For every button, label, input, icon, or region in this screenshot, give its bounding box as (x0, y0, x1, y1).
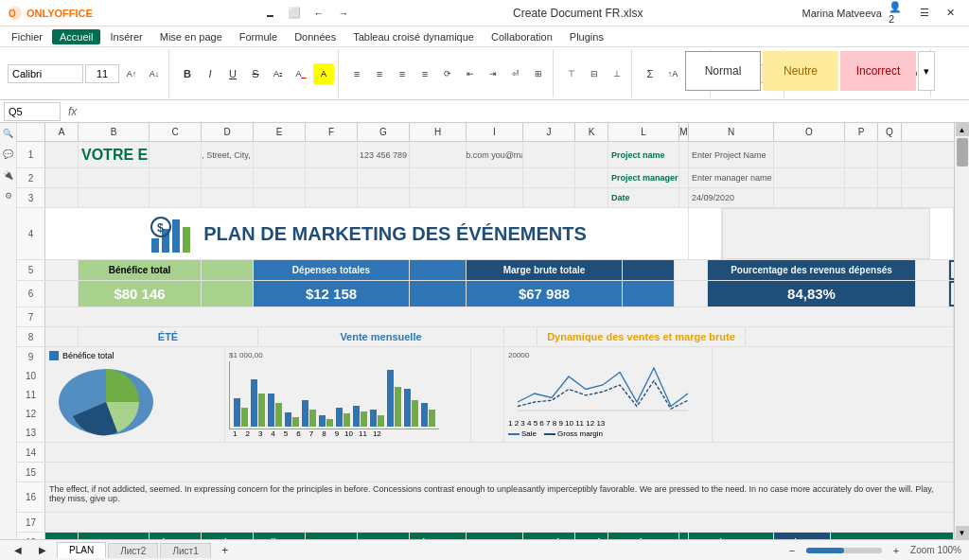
menu-plugins[interactable]: Plugins (562, 29, 611, 44)
col-header-b[interactable]: B (79, 123, 150, 141)
plugins-sidebar-icon[interactable]: 🔌 (2, 168, 15, 182)
tbl-h-total[interactable]: Total (774, 533, 831, 539)
cell-p6[interactable] (916, 281, 949, 306)
col-header-n[interactable]: N (689, 123, 774, 141)
cell-a2[interactable] (45, 168, 79, 187)
cell-e1[interactable] (254, 142, 306, 167)
cell-reference-input[interactable] (4, 102, 61, 121)
cell-k6[interactable] (675, 281, 708, 306)
italic-button[interactable]: I (200, 63, 220, 84)
cell-7[interactable] (45, 307, 954, 326)
col-header-e[interactable]: E (254, 123, 306, 141)
zoom-out-button[interactable]: − (782, 540, 802, 561)
cell-lnop4[interactable] (722, 208, 930, 259)
plan-title-cell[interactable]: $ PLAN DE MARKETING DES ÉVÉNEMENTS (45, 208, 689, 259)
cell-l2[interactable]: Project manager (608, 168, 679, 187)
cell-f3[interactable] (306, 188, 358, 207)
wrap-text-button[interactable]: ⏎ (505, 63, 526, 84)
sheet-tab-plan[interactable]: PLAN (57, 542, 106, 558)
cell-d1[interactable]: Building, Street, City, Country (202, 142, 254, 167)
cell-a6[interactable] (45, 281, 79, 306)
font-size-increase[interactable]: A↑ (121, 63, 142, 84)
align-justify-button[interactable]: ≡ (414, 63, 435, 84)
cell-f1[interactable] (306, 142, 358, 167)
scroll-down-button[interactable]: ▼ (956, 526, 969, 539)
restore-button[interactable]: ⬜ (284, 3, 305, 24)
cell-d3[interactable] (202, 188, 254, 207)
next-sheet-button[interactable]: ▶ (32, 540, 53, 561)
menu-accueil[interactable]: Accueil (52, 29, 100, 44)
cell-k8[interactable] (504, 327, 537, 346)
search-sidebar-icon[interactable]: 🔍 (2, 127, 15, 140)
sort-asc[interactable]: ↑A (662, 63, 683, 84)
cell-rest8[interactable] (746, 327, 954, 346)
align-left-button[interactable]: ≡ (346, 63, 367, 84)
cell-h2[interactable] (410, 168, 467, 187)
cell-n1[interactable]: Enter Project Name (689, 142, 774, 167)
marge-value[interactable]: $67 988 (467, 281, 623, 306)
style-neutre[interactable]: Neutre (763, 51, 838, 91)
cell-p3[interactable] (845, 188, 878, 207)
menu-donnees[interactable]: Données (287, 29, 344, 44)
cell-k-charts[interactable] (471, 347, 504, 442)
cell-m2[interactable] (679, 168, 689, 187)
valign-bottom[interactable]: ⊥ (607, 63, 627, 84)
menu-inserer[interactable]: Insérer (102, 29, 150, 44)
sheet-tab-list2[interactable]: Лист2 (108, 543, 158, 558)
benefice-value[interactable]: $80 146 (79, 281, 202, 306)
cell-k5[interactable] (675, 260, 708, 280)
tbl-h-f[interactable]: May (306, 533, 358, 539)
cell-h3[interactable] (410, 188, 467, 207)
tbl-h-c[interactable]: February (150, 533, 202, 539)
cell-n2[interactable]: Enter manager name (689, 168, 774, 187)
close-button[interactable]: ✕ (941, 3, 961, 24)
cell-g2[interactable] (358, 168, 410, 187)
highlight-button[interactable]: A (313, 63, 334, 84)
cell-a8[interactable] (45, 327, 79, 346)
cell-g3[interactable] (358, 188, 410, 207)
strikethrough-button[interactable]: S (245, 63, 266, 84)
cell-k1[interactable] (575, 142, 608, 167)
align-center-button[interactable]: ≡ (369, 63, 390, 84)
col-header-q[interactable]: Q (878, 123, 902, 141)
tbl-h-a[interactable] (45, 533, 79, 539)
col-header-a[interactable]: A (45, 123, 79, 141)
settings-sidebar-icon[interactable]: ⚙ (2, 189, 15, 202)
cell-15[interactable] (45, 463, 954, 481)
cell-c3[interactable] (150, 188, 202, 207)
cell-i1[interactable]: youweb.com you@mail.com (467, 142, 523, 167)
cell-q1[interactable] (878, 142, 902, 167)
indent-increase[interactable]: ⇥ (483, 63, 503, 84)
cell-e3[interactable] (254, 188, 306, 207)
style-dropdown[interactable]: ▾ (918, 51, 935, 91)
scroll-thumb[interactable] (957, 138, 968, 166)
cell-k2[interactable] (575, 168, 608, 187)
cell-i3[interactable] (467, 188, 523, 207)
cell-e2[interactable] (254, 168, 306, 187)
cell-c2[interactable] (150, 168, 202, 187)
cell-l1[interactable]: Project name (608, 142, 679, 167)
cell-p5[interactable] (916, 260, 949, 280)
pourcentage-label[interactable]: Pourcentage des revenus dépensés (708, 260, 916, 280)
font-size-input[interactable] (85, 64, 119, 83)
cell-j2[interactable] (523, 168, 575, 187)
cell-a1[interactable] (45, 142, 79, 167)
cell-o3[interactable] (774, 188, 845, 207)
tbl-h-l[interactable]: November (608, 533, 679, 539)
sum-button[interactable]: Σ (640, 63, 661, 84)
cell-j5[interactable] (623, 260, 675, 280)
col-header-c[interactable]: C (150, 123, 202, 141)
indent-decrease[interactable]: ⇤ (460, 63, 481, 84)
cell-m1[interactable] (679, 142, 689, 167)
formula-input[interactable] (84, 102, 965, 121)
font-color-button[interactable]: A_ (291, 63, 311, 84)
font-size-decrease[interactable]: A↓ (144, 63, 165, 84)
cell-d2[interactable] (202, 168, 254, 187)
tbl-h-m[interactable] (679, 533, 689, 539)
cell-q5[interactable] (949, 260, 954, 280)
menu-tableau-croise[interactable]: Tableau croisé dynamique (345, 29, 482, 44)
cell-b3[interactable] (79, 188, 150, 207)
cell-rest-charts[interactable] (713, 347, 954, 442)
minimize-button[interactable]: 🗕 (259, 3, 280, 24)
tbl-h-n[interactable]: December (689, 533, 774, 539)
